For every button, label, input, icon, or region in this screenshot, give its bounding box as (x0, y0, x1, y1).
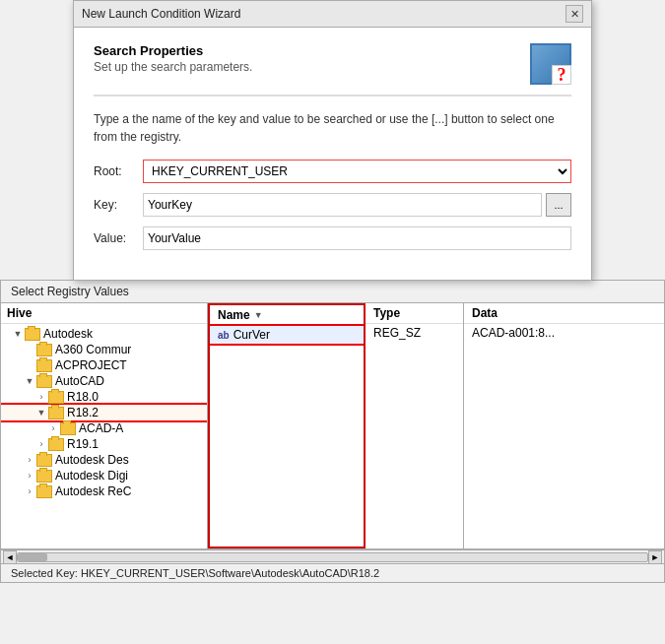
toggle-autodesk-rec: › (23, 484, 36, 498)
wizard-close-button[interactable]: ✕ (565, 5, 583, 23)
key-field-row: Key: ... (94, 193, 571, 217)
toggle-r182: ▼ (34, 406, 48, 419)
tree-item-autodesk-des[interactable]: › Autodesk Des (1, 452, 207, 468)
toggle-autodesk-des: › (23, 453, 36, 467)
tree-item-acad-a[interactable]: › ACAD-A (1, 420, 207, 436)
name-sort-arrow: ▼ (254, 310, 263, 320)
toggle-autodesk-dig: › (23, 469, 36, 483)
tree-label-acad-a: ACAD-A (79, 421, 123, 435)
folder-icon-r191 (48, 438, 64, 451)
status-bar: Selected Key: HKEY_CURRENT_USER\Software… (1, 563, 664, 582)
folder-icon-a360 (36, 344, 52, 356)
toggle-autocad: ▼ (23, 374, 36, 388)
folder-icon-r180 (48, 391, 64, 404)
wizard-section-title: Search Properties (94, 43, 252, 58)
type-item-regsz: REG_SZ (366, 324, 463, 342)
scroll-right-button[interactable]: ► (648, 550, 662, 564)
root-field-row: Root: HKEY_CURRENT_USERHKEY_LOCAL_MACHIN… (94, 160, 571, 183)
tree-label-acproject: ACPROJECT (55, 358, 127, 372)
value-field-row: Value: (94, 226, 571, 250)
tree-item-r182[interactable]: ▼ R18.2 (1, 405, 207, 420)
scrollbar-thumb[interactable] (18, 553, 47, 561)
name-panel-header: Name ▼ (210, 305, 364, 326)
registry-header: Select Registry Values (1, 281, 664, 303)
key-browse-button[interactable]: ... (546, 193, 571, 217)
tree-label-a360: A360 Commur (55, 343, 131, 356)
tree-label-autodesk-des: Autodesk Des (55, 453, 129, 467)
hive-header: Hive (1, 303, 207, 324)
name-panel[interactable]: Name ▼ ab CurVer (208, 303, 366, 548)
name-header-label: Name (218, 308, 250, 322)
folder-icon-autocad (36, 375, 52, 388)
toggle-autodesk: ▼ (11, 327, 25, 341)
type-header-label: Type (373, 306, 400, 320)
registry-body: Hive ▼ Autodesk A360 Commur ACPROJECT (1, 303, 664, 549)
tree-label-r191: R19.1 (67, 437, 99, 451)
folder-icon-autodesk-des (36, 454, 52, 467)
horizontal-scrollbar[interactable]: ◄ ► (1, 549, 664, 563)
toggle-a360 (23, 343, 36, 356)
tree-item-autodesk-dig[interactable]: › Autodesk Digi (1, 468, 207, 483)
key-control-wrapper: ... (143, 193, 571, 217)
value-control-wrapper (143, 226, 571, 250)
right-panels: Name ▼ ab CurVer Type REG_SZ Data (208, 303, 664, 548)
wizard-title: New Launch Condition Wizard (82, 7, 240, 21)
root-select[interactable]: HKEY_CURRENT_USERHKEY_LOCAL_MACHINEHKEY_… (143, 160, 571, 183)
registry-panel: Select Registry Values Hive ▼ Autodesk A… (0, 280, 665, 583)
folder-icon-autodesk (25, 328, 40, 341)
toggle-r191: › (34, 437, 48, 451)
data-item-acad: ACAD-a001:8... (464, 324, 664, 342)
tree-label-r182: R18.2 (67, 406, 99, 419)
tree-label-autodesk-rec: Autodesk ReC (55, 484, 131, 498)
value-label: Value: (94, 231, 143, 245)
wizard-dialog: New Launch Condition Wizard ✕ Search Pro… (73, 0, 592, 281)
tree-label-r180: R18.0 (67, 390, 99, 404)
tree-label-autodesk-dig: Autodesk Digi (55, 469, 128, 483)
tree-item-a360[interactable]: A360 Commur (1, 342, 207, 357)
ab-icon-curver: ab (218, 330, 230, 341)
data-panel-header: Data (464, 303, 664, 324)
registry-tree-panel[interactable]: Hive ▼ Autodesk A360 Commur ACPROJECT (1, 303, 208, 548)
tree-item-autodesk-rec[interactable]: › Autodesk ReC (1, 483, 207, 499)
wizard-section-subtitle: Set up the search parameters. (94, 60, 252, 74)
tree-label-autocad: AutoCAD (55, 374, 104, 388)
tree-item-r191[interactable]: › R19.1 (1, 436, 207, 452)
scrollbar-track[interactable] (17, 552, 648, 562)
tree-item-acproject[interactable]: ACPROJECT (1, 357, 207, 373)
folder-icon-autodesk-rec (36, 485, 52, 498)
folder-icon-acproject (36, 359, 52, 372)
value-input[interactable] (143, 226, 571, 250)
toggle-acproject (23, 358, 36, 372)
key-label: Key: (94, 198, 143, 212)
tree-items-container: ▼ Autodesk A360 Commur ACPROJECT ▼ (1, 324, 207, 501)
wizard-titlebar: New Launch Condition Wizard ✕ (74, 1, 591, 28)
wizard-header-section: Search Properties Set up the search para… (94, 43, 571, 97)
root-label: Root: (94, 164, 143, 178)
name-label-curver: CurVer (233, 328, 270, 342)
tree-item-autocad[interactable]: ▼ AutoCAD (1, 373, 207, 389)
scroll-left-button[interactable]: ◄ (3, 550, 17, 564)
type-panel: Type REG_SZ (366, 303, 464, 548)
wizard-help-icon (530, 43, 571, 85)
wizard-header-text: Search Properties Set up the search para… (94, 43, 252, 74)
folder-icon-r182 (48, 407, 64, 419)
wizard-body: Search Properties Set up the search para… (74, 28, 591, 280)
toggle-r180: › (34, 390, 48, 404)
folder-icon-acad-a (60, 422, 76, 435)
data-panel: Data ACAD-a001:8... (464, 303, 664, 548)
folder-icon-autodesk-dig (36, 470, 52, 483)
data-header-label: Data (472, 306, 498, 320)
root-control-wrapper: HKEY_CURRENT_USERHKEY_LOCAL_MACHINEHKEY_… (143, 160, 571, 183)
wizard-description: Type a the name of the key and value to … (94, 110, 571, 146)
tree-item-r180[interactable]: › R18.0 (1, 389, 207, 405)
tree-item-autodesk[interactable]: ▼ Autodesk (1, 326, 207, 342)
key-input[interactable] (143, 193, 542, 217)
tree-label-autodesk: Autodesk (43, 327, 93, 341)
toggle-acad-a: › (46, 421, 60, 435)
type-panel-header: Type (366, 303, 463, 324)
name-item-curver[interactable]: ab CurVer (210, 326, 364, 344)
